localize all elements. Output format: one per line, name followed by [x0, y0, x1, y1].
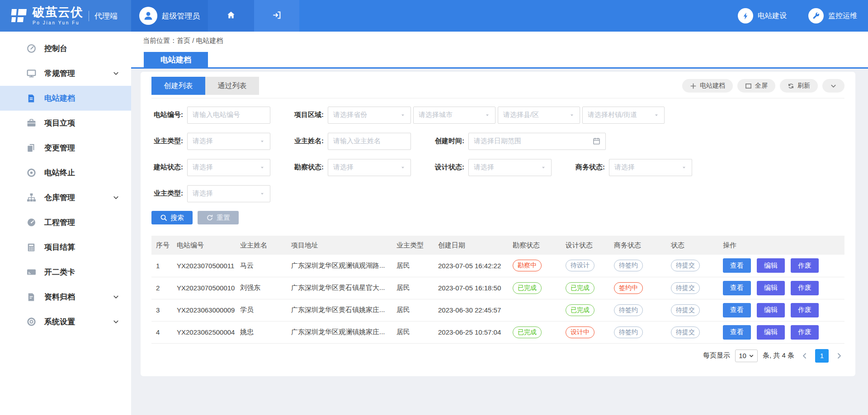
filter-row-0: 电站编号:请输入电站编号 项目区域:请选择省份 请选择城市 请选择县/区 请选择…	[151, 106, 844, 124]
void-button[interactable]: 作废	[791, 325, 819, 340]
view-button[interactable]: 查看	[723, 325, 751, 340]
void-button[interactable]: 作废	[791, 281, 819, 295]
cell-design-status: 待设计	[561, 255, 609, 277]
filter-select[interactable]: 请选择城市	[413, 107, 495, 124]
filter-label: 业主姓名:	[292, 137, 324, 145]
filter-select[interactable]: 请选择	[187, 159, 270, 176]
filter-label: 建站状态:	[151, 163, 183, 172]
select-placeholder: 请选择	[333, 163, 397, 172]
sidebar-item-label: 项目结算	[44, 242, 75, 252]
cell-owner-name: 马云	[236, 255, 287, 277]
void-button[interactable]: 作废	[791, 258, 819, 273]
caret-down-icon	[485, 112, 490, 118]
cell-station-code: YX2023070500010	[172, 277, 236, 299]
column-header: 状态	[666, 236, 718, 255]
logo: 破茧云伏 Po Jian Yun Fu 代理端	[0, 0, 131, 32]
table-body: 1 YX2023070500011 马云 广东深圳龙华区观澜镇观湖路... 居民…	[151, 255, 844, 343]
filter-select[interactable]: 请选择	[468, 159, 552, 176]
logo-text: 破茧云伏 Po Jian Yun Fu	[33, 6, 83, 25]
cell-actions: 查看编辑作废	[718, 277, 844, 299]
edit-button[interactable]: 编辑	[757, 258, 785, 273]
card-header: 创建列表通过列表 电站建档 全屏 刷新	[151, 72, 844, 98]
filter-select[interactable]: 请选择县/区	[498, 107, 580, 124]
select-placeholder: 请选择	[474, 163, 538, 172]
toolbar-button-1[interactable]: 全屏	[737, 79, 775, 93]
list-tab-0[interactable]: 创建列表	[151, 77, 205, 95]
sidebar-item-2[interactable]: 电站建档	[0, 86, 131, 111]
filter-input[interactable]: 请输入业主姓名	[328, 133, 411, 150]
filter-field-2-1: 勘察状态:请选择	[292, 159, 411, 176]
cell-created: 2023-06-25 10:57:04	[434, 321, 508, 343]
app-window: 破茧云伏 Po Jian Yun Fu 代理端 超级管理员 电站建设 监控运维	[0, 0, 868, 415]
toolbar-button-0[interactable]: 电站建档	[682, 79, 733, 93]
toolbar-button-2[interactable]: 刷新	[780, 79, 818, 93]
filter-select[interactable]: 请选择	[609, 159, 692, 176]
filter-row-3: 业主类型:请选择	[151, 185, 844, 202]
sidebar-item-1[interactable]: 常规管理	[0, 61, 131, 86]
home-button[interactable]	[208, 0, 254, 32]
header-nav-1[interactable]: 监控运维	[808, 8, 857, 23]
filter-select[interactable]: 请选择	[187, 185, 270, 202]
view-button[interactable]: 查看	[723, 281, 751, 295]
column-header: 序号	[151, 236, 172, 255]
status-badge: 待签约	[614, 304, 643, 316]
reset-button[interactable]: 重置	[198, 211, 239, 224]
sidebar-item-4[interactable]: 变更管理	[0, 135, 131, 160]
cell-owner-name: 姚忠	[236, 321, 287, 343]
user-menu[interactable]: 超级管理员	[131, 0, 208, 32]
sidebar-item-7[interactable]: 工程管理	[0, 210, 131, 235]
sidebar-item-8[interactable]: 项目结算	[0, 235, 131, 260]
edit-button[interactable]: 编辑	[757, 325, 785, 340]
tab-station-archive[interactable]: 电站建档	[144, 52, 208, 67]
search-button[interactable]: 搜索	[151, 211, 193, 224]
select-placeholder: 请选择	[193, 137, 257, 145]
filter-select[interactable]: 请选择村镇/街道	[582, 107, 665, 124]
filter-input[interactable]: 请输入电站编号	[187, 107, 270, 124]
filter-label: 业主类型:	[151, 137, 183, 145]
logout-button[interactable]	[254, 0, 299, 32]
header-nav-0[interactable]: 电站建设	[738, 8, 787, 23]
status-badge: 已完成	[566, 282, 594, 294]
input-placeholder: 请选择日期范围	[474, 137, 590, 145]
view-button[interactable]: 查看	[723, 258, 751, 273]
next-page-button[interactable]	[834, 352, 844, 359]
cell-design-status: 设计中	[561, 321, 609, 343]
view-button[interactable]: 查看	[723, 303, 751, 317]
sidebar-item-10[interactable]: 资料归档	[0, 284, 131, 309]
sidebar-item-9[interactable]: 开二类卡	[0, 260, 131, 284]
status-badge: 待提交	[671, 282, 700, 294]
sidebar-item-label: 电站建档	[44, 93, 75, 103]
filter-field-0-1: 项目区域:请选择省份	[292, 107, 411, 124]
edit-button[interactable]: 编辑	[757, 281, 785, 295]
filter-select[interactable]: 请选择	[328, 159, 411, 176]
cell-design-status: 已完成	[561, 277, 609, 299]
filter-label: 创建时间:	[433, 137, 464, 145]
page-1-button[interactable]: 1	[815, 349, 829, 363]
caret-down-icon	[400, 165, 406, 170]
sidebar-item-11[interactable]: 系统设置	[0, 309, 131, 334]
list-tab-1[interactable]: 通过列表	[205, 77, 259, 95]
caret-down-icon	[259, 139, 265, 144]
void-button[interactable]: 作废	[791, 303, 819, 317]
per-page-select[interactable]: 10	[735, 350, 758, 362]
sidebar-item-3[interactable]: 项目立项	[0, 111, 131, 135]
cell-business-status: 签约中	[609, 277, 666, 299]
sidebar-item-5[interactable]: 电站终止	[0, 160, 131, 185]
edit-button[interactable]: 编辑	[757, 303, 785, 317]
filter-field-1-2: 创建时间:请选择日期范围	[433, 133, 606, 150]
date-range-input[interactable]: 请选择日期范围	[468, 133, 606, 150]
cell-actions: 查看编辑作废	[718, 255, 844, 277]
sidebar-item-0[interactable]: 控制台	[0, 36, 131, 61]
sidebar-item-6[interactable]: 仓库管理	[0, 185, 131, 210]
cell-survey-status: 已完成	[508, 277, 561, 299]
sidebar-item-label: 控制台	[44, 43, 67, 54]
toolbar-button-3[interactable]	[822, 79, 844, 93]
table-row: 2 YX2023070500010 刘强东 广东深圳龙华区黄石镇星官大... 居…	[151, 277, 844, 299]
cell-station-code: YX2023070500011	[172, 255, 236, 277]
header-nav-label: 电站建设	[758, 11, 787, 21]
filter-select[interactable]: 请选择	[187, 133, 270, 150]
prev-page-button[interactable]	[799, 352, 810, 359]
filter-select[interactable]: 请选择省份	[328, 107, 411, 124]
cell-address: 广东深圳龙华区观澜镇观湖路...	[287, 255, 392, 277]
status-badge: 已完成	[513, 326, 542, 338]
